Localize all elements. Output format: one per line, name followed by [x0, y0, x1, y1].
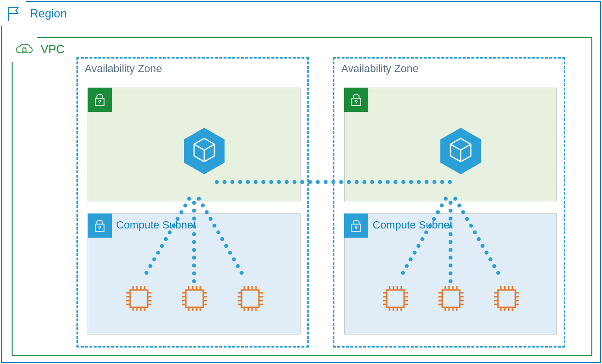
availability-zone-1: Availability Zone [76, 57, 309, 348]
vpc-container: VPC Availability Zone [12, 37, 592, 356]
svg-rect-46 [241, 290, 259, 307]
svg-point-64 [355, 100, 357, 102]
svg-rect-12 [130, 290, 148, 307]
vpc-cloud-icon [12, 37, 37, 62]
az-label: Availability Zone [341, 62, 419, 75]
lock-icon [344, 213, 368, 238]
region-label: Region [30, 7, 67, 20]
compute-subnet-label: Compute Subnet [116, 219, 196, 231]
compute-chip-icon [236, 284, 265, 313]
compute-chip-icon [124, 284, 153, 313]
svg-rect-74 [387, 290, 404, 307]
head-subnet-1 [88, 88, 301, 201]
region-flag-icon [1, 1, 26, 26]
svg-point-72 [355, 226, 357, 228]
connection-to-compute [449, 201, 452, 283]
head-node-icon [182, 127, 226, 175]
connection-to-compute [192, 201, 196, 283]
svg-point-10 [99, 226, 101, 228]
svg-point-2 [99, 100, 101, 102]
compute-chip-icon [180, 284, 209, 313]
svg-rect-91 [442, 290, 460, 307]
lock-icon [88, 88, 112, 112]
availability-zone-2: Availability Zone [333, 57, 565, 348]
head-node-icon [439, 127, 482, 175]
compute-subnet-label: Compute Subnet [373, 219, 452, 231]
svg-rect-29 [186, 290, 203, 307]
vpc-label: VPC [41, 43, 64, 56]
svg-rect-108 [498, 290, 515, 307]
compute-chip-icon [492, 284, 521, 313]
connection-between-zones [215, 180, 452, 184]
region-container: Region VPC Availability Zone [1, 1, 601, 363]
compute-chip-icon [436, 284, 466, 313]
az-label: Availability Zone [85, 62, 162, 75]
compute-chip-icon [381, 284, 410, 313]
lock-icon [88, 213, 112, 238]
lock-icon [344, 88, 368, 112]
head-subnet-2 [344, 88, 557, 201]
svg-rect-0 [22, 49, 26, 52]
